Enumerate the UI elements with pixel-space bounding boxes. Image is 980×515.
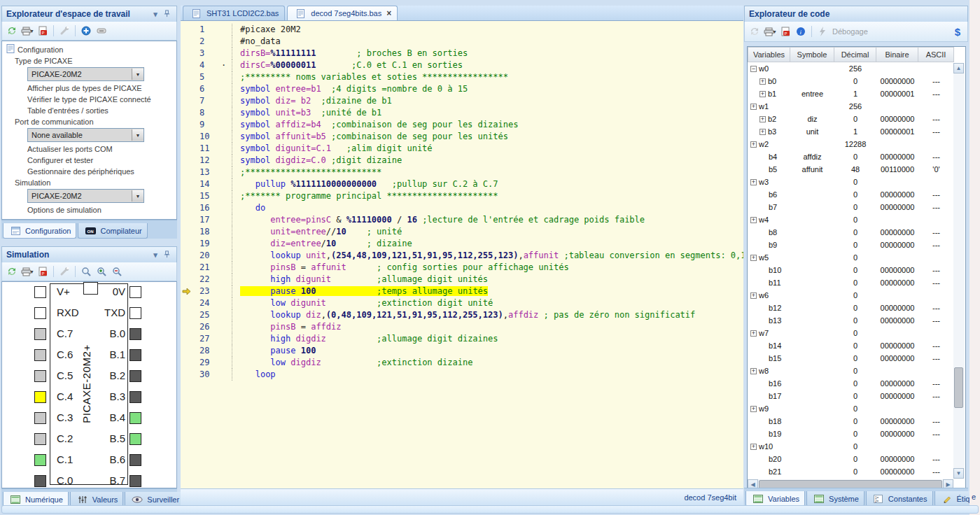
code-line[interactable]: 25 lookup diz,(0,48,109,121,51,91,95,112… [181, 309, 743, 321]
code-line[interactable]: 16 do [181, 202, 743, 214]
code-line[interactable]: 5;********* noms variables et soties ***… [181, 71, 743, 83]
zoom-icon[interactable] [79, 265, 93, 278]
expand-box-icon[interactable]: + [760, 116, 766, 122]
code-line[interactable]: 24 low digunit ;extinction digit unité [181, 297, 743, 309]
code-line[interactable]: 12symbol digdiz=C.0 ;digit dizaine [181, 155, 743, 167]
variable-row-b13[interactable]: b13000000000--- [748, 314, 965, 327]
zoom-in-icon[interactable] [94, 265, 108, 278]
pin-b-5[interactable] [130, 433, 141, 445]
variable-row-b2[interactable]: +b2diz000000000--- [748, 113, 965, 125]
variable-row-b19[interactable]: b19000000000--- [748, 428, 965, 440]
tree-item-options-simulation[interactable]: Options de simulation [2, 204, 176, 216]
column-header-binaire[interactable]: Binaire [876, 47, 918, 62]
column-header-variables[interactable]: Variables [748, 47, 790, 62]
code-line[interactable]: 20 lookup unit,(254,48,109,121,51,91,95,… [181, 250, 743, 262]
code-line[interactable]: 14 pullup %1111110000000000 ;pullup sur … [181, 178, 743, 190]
print-icon[interactable]: ▾ [763, 25, 777, 38]
variable-row-b4[interactable]: b4affdiz000000000--- [748, 150, 965, 163]
variable-row-b12[interactable]: b12000000000--- [748, 302, 965, 314]
line-number[interactable]: 6 [199, 83, 232, 95]
variable-row-w3[interactable]: +w30 [748, 176, 965, 188]
line-number[interactable]: 29 [199, 357, 232, 369]
tab-compilateur[interactable]: ONCompilateur [78, 223, 147, 239]
pin-b-4[interactable] [130, 412, 141, 424]
pin-c-4[interactable] [34, 391, 46, 403]
tab-variables[interactable]: Variables [746, 491, 805, 507]
tree-item-gestionnaire-peripheriques[interactable]: Gestionnaire des périphériques [2, 166, 176, 177]
numeric-icon[interactable] [751, 493, 765, 505]
line-number[interactable]: 1 [199, 24, 232, 36]
numeric-icon[interactable] [812, 493, 826, 505]
gutter-marker-cell[interactable] [181, 238, 199, 250]
line-number[interactable]: 12 [199, 155, 232, 167]
tree-item-type-de-picaxe[interactable]: Type de PICAXE [2, 55, 176, 66]
variable-row-b20[interactable]: b20000000000--- [748, 453, 965, 465]
collapse-box-icon[interactable]: − [750, 66, 757, 72]
zoom-out-icon[interactable] [110, 265, 124, 278]
code-line[interactable]: 29 low digdiz ;extinction dizaine [181, 357, 743, 369]
expand-box-icon[interactable]: + [760, 129, 766, 135]
variable-row-b9[interactable]: b9000000000--- [748, 239, 965, 251]
code-line[interactable]: 8symbol unit=b3 ;unité de b1 [181, 107, 743, 119]
gutter-marker-cell[interactable] [181, 262, 199, 274]
page-icon[interactable] [293, 7, 307, 20]
line-number[interactable]: 15 [199, 190, 232, 202]
wrench-icon[interactable] [57, 265, 71, 278]
tree-item-verifier-type[interactable]: Vérifier le type de PICAXE connecté [2, 94, 176, 105]
numeric-icon[interactable] [8, 493, 22, 506]
gutter-marker-cell[interactable] [181, 226, 199, 238]
expand-box-icon[interactable]: + [750, 104, 757, 110]
gutter-marker-cell[interactable] [181, 131, 199, 143]
gutter-marker-cell[interactable] [181, 155, 199, 167]
page-icon[interactable] [189, 7, 203, 20]
print-icon[interactable]: ▾ [20, 265, 34, 278]
code-line[interactable]: 19 diz=entree/10 ; dizaine [181, 238, 743, 250]
column-header-symbole[interactable]: Symbole [790, 47, 834, 62]
pin-c-0[interactable] [34, 475, 46, 487]
print-icon[interactable]: ▾ [20, 24, 34, 37]
expand-box-icon[interactable]: + [750, 292, 757, 299]
variable-row-w4[interactable]: +w40 [748, 213, 965, 226]
line-number[interactable]: 8 [199, 107, 232, 119]
pin-c-1[interactable] [34, 454, 46, 466]
gutter-marker-cell[interactable] [181, 143, 199, 155]
variable-row-b8[interactable]: b8000000000--- [748, 226, 965, 239]
gutter-marker-cell[interactable] [181, 309, 199, 321]
gutter-marker-cell[interactable] [181, 369, 199, 381]
pin-c-2[interactable] [34, 433, 46, 445]
variable-row-b6[interactable]: b6000000000--- [748, 188, 965, 201]
column-header-d-cimal[interactable]: Décimal [834, 47, 876, 62]
gutter-marker-cell[interactable] [181, 95, 199, 107]
gutter-marker-cell[interactable] [181, 333, 199, 345]
line-number[interactable]: 18 [199, 226, 232, 238]
gutter-marker-cell[interactable] [181, 178, 199, 190]
tree-item-simulation[interactable]: Simulation [2, 177, 176, 188]
expand-box-icon[interactable]: + [760, 91, 766, 97]
gutter-marker-cell[interactable] [181, 357, 199, 369]
code-line[interactable]: 3dirsB=%11111111 ; broches B en sorties [181, 48, 743, 59]
line-number[interactable]: 20 [199, 250, 232, 262]
line-number[interactable]: 26 [199, 321, 232, 333]
variable-row-b0[interactable]: +b0000000000--- [748, 75, 965, 87]
refresh-icon[interactable] [5, 265, 19, 278]
pdf-icon[interactable]: P [778, 25, 792, 38]
vertical-scroll-thumb[interactable] [954, 367, 963, 408]
line-number[interactable]: 19 [199, 238, 232, 250]
variable-row-w2[interactable]: +w212288 [748, 138, 965, 150]
code-line[interactable]: 22 high digunit ;allumage digit unités [181, 274, 743, 285]
code-line[interactable]: 18 unit=entree//10 ; unité [181, 226, 743, 238]
gutter-marker-cell[interactable] [181, 167, 199, 178]
form-icon[interactable] [8, 225, 22, 237]
expand-box-icon[interactable]: + [750, 141, 757, 148]
variable-row-b18[interactable]: b18000000000--- [748, 415, 965, 428]
variable-row-b1[interactable]: +b1entree100000001--- [748, 87, 965, 100]
gutter-marker-cell[interactable] [181, 297, 199, 309]
line-number[interactable]: 25 [199, 309, 232, 321]
gutter-marker-cell[interactable] [181, 214, 199, 226]
tab-constantes[interactable]: 1=2=Constantes [866, 491, 933, 507]
pin-0v[interactable] [130, 286, 141, 298]
code-line[interactable]: 17 entree=pinsC & %11110000 / 16 ;lectur… [181, 214, 743, 226]
gutter-marker-cell[interactable] [181, 250, 199, 262]
dropdown-arrow-icon[interactable]: ▼ [132, 129, 144, 141]
pin-b-7[interactable] [130, 475, 141, 487]
